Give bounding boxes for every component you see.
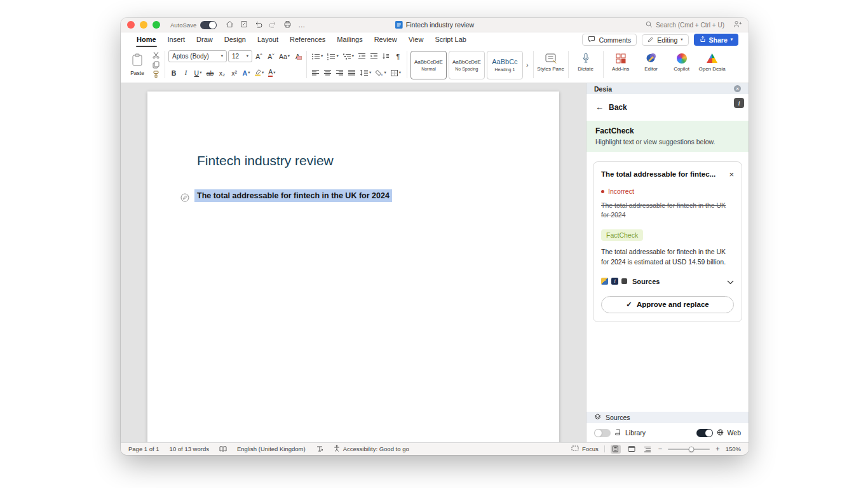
chevron-down-icon: ▾ [321,54,323,58]
bullet-list-button[interactable]: ▾ [310,51,324,62]
document-heading[interactable]: Fintech industry review [197,153,334,168]
titlebar-search[interactable]: Search (Cmd + Ctrl + U) [646,21,724,29]
text-effects-button[interactable]: A▾ [241,67,252,79]
align-right-button[interactable] [334,67,345,79]
highlight-color-button[interactable]: ▾ [253,67,265,79]
suggestion-card-close-button[interactable]: × [729,170,734,179]
tab-insert[interactable]: Insert [162,33,191,47]
zoom-level[interactable]: 150% [726,445,741,452]
library-toggle[interactable] [594,429,611,437]
increase-indent-button[interactable] [369,51,379,62]
styles-pane-button[interactable]: Styles Pane [537,50,565,79]
text-direction-icon[interactable] [316,445,323,452]
editing-mode-button[interactable]: Editing ▾ [642,34,688,46]
approve-and-replace-button[interactable]: ✓ Approve and replace [601,296,734,313]
tab-draw[interactable]: Draw [191,33,219,47]
zoom-in-button[interactable]: + [715,445,719,452]
text-selection[interactable]: The total addressable for fintech in the… [194,189,392,202]
underline-button[interactable]: U▾ [193,67,203,79]
redo-icon[interactable] [269,19,277,30]
tab-script-lab[interactable]: Script Lab [429,33,472,47]
font-size-select[interactable]: 12 ▾ [228,50,252,62]
accessibility-status[interactable]: Accessibility: Good to go [334,445,409,453]
selected-paragraph[interactable]: The total addressable for fintech in the… [194,191,392,200]
page-count[interactable]: Page 1 of 1 [128,445,159,452]
home-icon[interactable] [226,19,234,30]
share-presence-icon[interactable] [733,19,742,30]
align-center-button[interactable] [322,67,333,79]
back-button[interactable]: ← Back [587,94,749,117]
change-case-button[interactable]: Aa▾ [278,51,291,62]
copy-button[interactable] [151,60,161,69]
sidebar-close-button[interactable]: × [734,85,741,92]
strikethrough-button[interactable]: ab [205,67,215,79]
view-print-layout-button[interactable] [611,445,621,454]
style-no-spacing[interactable]: AaBbCcDdE No Spacing [449,51,485,79]
proofing-status-icon[interactable] [219,446,227,452]
styles-gallery-more-button[interactable]: › [525,61,530,69]
tab-view[interactable]: View [403,33,430,47]
comments-button[interactable]: Comments [582,34,637,46]
shrink-font-button[interactable]: Aˇ [266,51,276,62]
view-web-layout-button[interactable] [627,445,637,454]
grow-font-button[interactable]: Aˆ [254,51,264,62]
align-left-button[interactable] [310,67,321,79]
close-window-button[interactable] [127,21,135,29]
numbered-list-button[interactable]: ▾ [325,51,339,62]
zoom-out-button[interactable]: − [658,445,662,452]
original-text: The total addressable for fintech in the… [601,201,734,219]
line-spacing-button[interactable]: ▾ [358,67,372,79]
tab-home[interactable]: Home [131,33,162,47]
tab-design[interactable]: Design [219,33,252,47]
subscript-button[interactable]: x₂ [217,67,227,79]
undo-icon[interactable] [254,19,262,30]
style-normal[interactable]: AaBbCcDdE Normal [410,51,447,79]
zoom-slider-knob[interactable] [688,446,694,452]
sort-button[interactable] [381,51,391,62]
copilot-button[interactable]: Copilot [668,50,696,79]
print-icon[interactable] [283,19,292,30]
language-selector[interactable]: English (United Kingdom) [237,445,306,452]
web-toggle[interactable] [696,429,713,437]
sources-section-header[interactable]: Sources [587,412,749,423]
bold-button[interactable]: B [168,67,179,79]
font-name-select[interactable]: Aptos (Body) ▾ [168,50,227,62]
new-document-icon[interactable] [240,19,248,30]
clear-formatting-button[interactable]: A [292,51,303,62]
format-painter-button[interactable] [151,69,161,79]
tab-layout[interactable]: Layout [252,33,284,47]
add-ins-button[interactable]: Add-ins [607,50,635,79]
dictate-button[interactable]: Dictate [572,50,600,79]
cut-button[interactable] [151,50,161,60]
tab-mailings[interactable]: Mailings [331,33,368,47]
tab-references[interactable]: References [284,33,331,47]
decrease-indent-button[interactable] [356,51,367,62]
superscript-button[interactable]: x² [229,67,240,79]
multilevel-list-button[interactable]: ▾ [341,51,355,62]
fullscreen-window-button[interactable] [153,21,160,29]
italic-button[interactable]: I [180,67,191,79]
show-paragraph-marks-button[interactable]: ¶ [393,51,403,62]
share-button[interactable]: Share ▾ [694,34,738,46]
shading-button[interactable]: ▾ [374,67,387,79]
editor-button[interactable]: Editor [637,50,665,79]
borders-button[interactable]: ▾ [389,67,402,79]
more-commands-icon[interactable]: … [298,22,305,29]
paste-button[interactable]: Paste [126,50,149,79]
word-count[interactable]: 10 of 13 words [170,445,209,452]
zoom-slider[interactable] [668,449,710,450]
view-outline-button[interactable] [642,445,653,454]
annotation-pen-icon[interactable] [180,193,189,205]
document-page[interactable]: Fintech industry review The total addres… [147,92,559,442]
tab-review[interactable]: Review [369,33,403,47]
style-heading-1[interactable]: AaBbCc Heading 1 [487,51,523,79]
info-button[interactable]: i [734,98,744,108]
justify-button[interactable] [346,67,357,79]
open-desia-button[interactable]: Open Desia [698,50,726,79]
font-color-button[interactable]: A▾ [266,67,277,79]
chevron-down-icon: ▾ [248,71,250,75]
sources-expander[interactable]: i Sources [601,276,734,287]
autosave-toggle[interactable] [200,21,217,29]
minimize-window-button[interactable] [140,21,147,29]
focus-mode-button[interactable]: Focus [571,445,599,452]
